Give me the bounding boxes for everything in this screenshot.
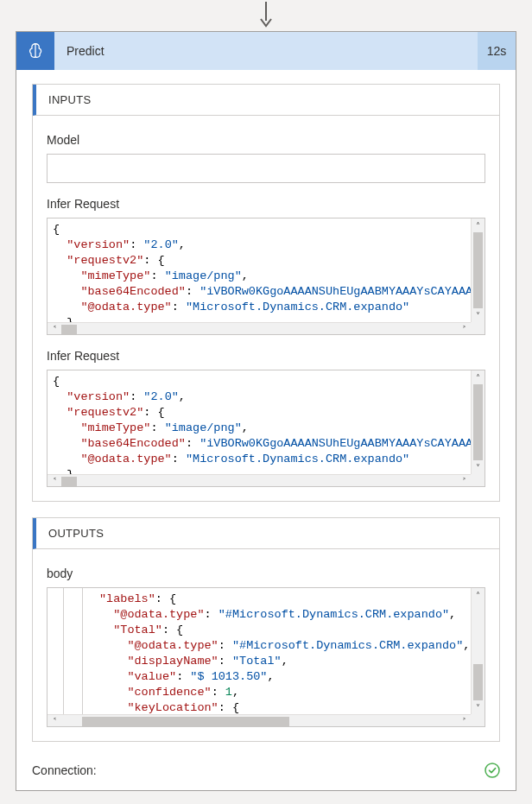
scroll-thumb[interactable] (473, 384, 483, 464)
vertical-scrollbar[interactable]: ˄ ˅ (471, 370, 484, 487)
predict-brain-icon (16, 32, 54, 70)
infer-request-code-1[interactable]: { "version": "2.0", "requestv2": { "mime… (47, 218, 485, 335)
scroll-up-icon[interactable]: ˄ (472, 588, 484, 602)
arrow-down-icon (258, 2, 274, 28)
scroll-left-icon[interactable]: ˂ (48, 323, 61, 335)
svg-point-2 (485, 763, 499, 777)
scroll-up-icon[interactable]: ˄ (472, 370, 484, 384)
inputs-section: INPUTS Model Infer Request { "version": … (32, 84, 500, 502)
infer-request-code-2[interactable]: { "version": "2.0", "requestv2": { "mime… (47, 370, 485, 487)
output-body-code[interactable]: "labels": { "@odata.type": "#Microsoft.D… (47, 587, 485, 727)
scroll-left-icon[interactable]: ˂ (48, 715, 61, 727)
connection-label: Connection: (32, 763, 97, 777)
horizontal-scrollbar[interactable]: ˂ ˃ (48, 474, 484, 487)
card-header[interactable]: Predict 12s (16, 32, 516, 70)
scroll-down-icon[interactable]: ˅ (472, 460, 484, 474)
scroll-right-icon[interactable]: ˃ (457, 475, 471, 487)
flow-arrow (0, 0, 532, 31)
scroll-thumb-h[interactable] (61, 325, 77, 334)
connection-status-ok-icon (484, 763, 500, 778)
scroll-thumb[interactable] (473, 232, 483, 312)
scroll-down-icon[interactable]: ˅ (472, 700, 484, 714)
scroll-right-icon[interactable]: ˃ (457, 715, 471, 727)
scroll-right-icon[interactable]: ˃ (457, 323, 471, 335)
horizontal-scrollbar[interactable]: ˂ ˃ (48, 714, 484, 727)
action-card-predict[interactable]: Predict 12s INPUTS Model Infer Request {… (16, 31, 516, 791)
scroll-down-icon[interactable]: ˅ (472, 308, 484, 322)
outputs-header: OUTPUTS (33, 518, 499, 549)
card-title: Predict (54, 32, 478, 70)
card-body: INPUTS Model Infer Request { "version": … (16, 70, 516, 757)
outputs-section: OUTPUTS body "labels": { "@odata.type": … (32, 517, 500, 742)
footer: Connection: (16, 757, 516, 790)
model-input[interactable] (47, 154, 485, 183)
scroll-thumb[interactable] (473, 664, 483, 700)
model-label: Model (47, 133, 485, 147)
horizontal-scrollbar[interactable]: ˂ ˃ (48, 322, 484, 335)
execution-duration: 12s (478, 32, 516, 70)
scroll-left-icon[interactable]: ˂ (48, 475, 61, 487)
scroll-up-icon[interactable]: ˄ (472, 218, 484, 232)
body-label: body (47, 567, 485, 580)
infer-request-label-1: Infer Request (47, 197, 485, 211)
scroll-thumb-h[interactable] (61, 477, 77, 486)
vertical-scrollbar[interactable]: ˄ ˅ (471, 588, 484, 727)
vertical-scrollbar[interactable]: ˄ ˅ (471, 218, 484, 335)
scroll-thumb-h[interactable] (82, 717, 289, 726)
inputs-header: INPUTS (33, 85, 499, 116)
infer-request-label-2: Infer Request (47, 349, 485, 363)
